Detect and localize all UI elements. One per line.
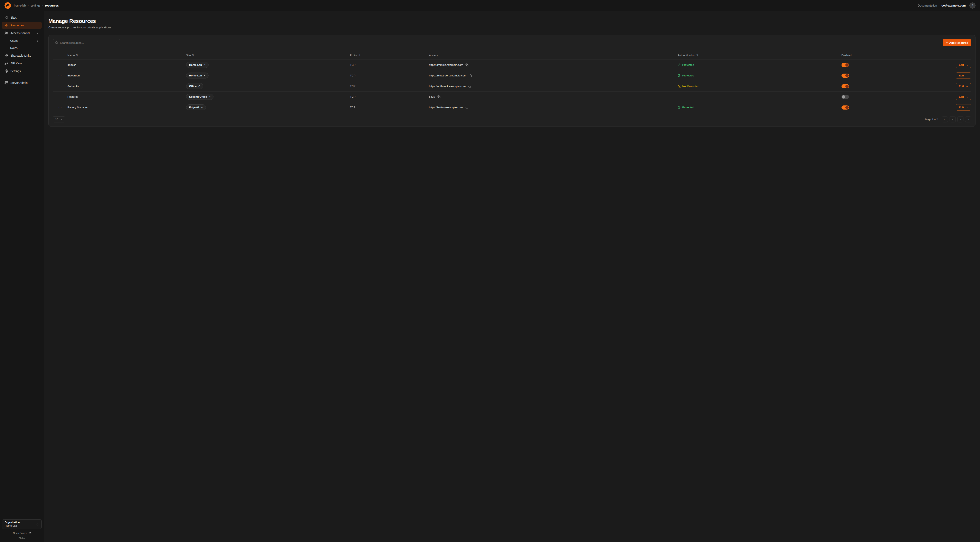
row-menu-button[interactable]: ⋯ (57, 94, 64, 99)
arrow-right-icon: → (966, 74, 968, 77)
breadcrumb-settings[interactable]: settings (30, 4, 40, 7)
site-cell: Home Lab ↗ (186, 62, 350, 68)
chevron-left-icon: ‹ (952, 118, 953, 121)
row-menu-button[interactable]: ⋯ (57, 84, 64, 89)
organization-value: Home Lab (5, 524, 20, 527)
column-header-authentication[interactable]: Authentication ⇅ (678, 54, 842, 57)
sidebar-item-resources[interactable]: Resources (2, 22, 42, 29)
copy-button[interactable] (467, 84, 471, 88)
row-menu-cell: ⋯ (53, 84, 67, 89)
chevrons-up-down-icon (36, 523, 39, 526)
edit-button[interactable]: Edit → (956, 104, 971, 110)
search-container (53, 39, 120, 46)
row-menu-button[interactable]: ⋯ (57, 105, 64, 110)
edit-label: Edit (959, 106, 964, 109)
actions-cell: Edit → (949, 104, 971, 110)
auth-status: Protected (682, 106, 694, 109)
pagination-buttons: « ‹ › » (942, 116, 971, 123)
page-subtitle: Create secure proxies to your private ap… (48, 26, 975, 29)
copy-button[interactable] (465, 105, 469, 110)
protocol-cell: TCP (350, 106, 429, 109)
name-cell: Authentik (67, 84, 186, 88)
arrow-up-right-icon: ↗ (201, 106, 203, 109)
breadcrumb-org[interactable]: home-lab (14, 4, 26, 7)
row-menu-button[interactable]: ⋯ (57, 62, 64, 67)
edit-button[interactable]: Edit → (956, 94, 971, 100)
enabled-toggle[interactable] (842, 84, 849, 88)
sidebar-item-label: Shareable Links (10, 54, 31, 57)
page-size-select[interactable]: 20 (53, 116, 65, 123)
arrow-up-right-icon: ↗ (204, 74, 205, 77)
copy-button[interactable] (468, 73, 473, 78)
enabled-toggle[interactable] (842, 73, 849, 78)
site-link-button[interactable]: Home Lab ↗ (186, 62, 208, 68)
toggle-knob (842, 95, 845, 99)
access-value: https://battery.example.com (429, 106, 463, 109)
pagination-prev-button[interactable]: ‹ (950, 116, 956, 123)
organization-selector[interactable]: Organization Home Lab (2, 519, 42, 529)
enabled-toggle[interactable] (842, 95, 849, 99)
site-cell: Office ↗ (186, 83, 350, 89)
column-header-name[interactable]: Name ⇅ (67, 54, 186, 57)
add-resource-button[interactable]: + Add Resource (943, 39, 971, 46)
row-menu-cell: ⋯ (53, 73, 67, 78)
resource-name: Immich (67, 63, 76, 67)
actions-cell: Edit → (949, 72, 971, 79)
toggle-knob (845, 106, 849, 109)
access-value: 5432 (429, 95, 435, 98)
site-cell: Edge 01 ↗ (186, 104, 350, 110)
toggle-knob (845, 63, 849, 67)
user-email[interactable]: joe@example.com (940, 4, 966, 7)
sidebar-item-shareable-links[interactable]: Shareable Links (2, 52, 42, 59)
chevrons-right-icon: » (967, 118, 969, 121)
sidebar-item-access-control[interactable]: Access Control (2, 29, 42, 37)
sidebar-item-settings[interactable]: Settings (2, 67, 42, 75)
name-cell: Immich (67, 63, 186, 67)
enabled-toggle[interactable] (842, 63, 849, 67)
edit-button[interactable]: Edit → (956, 72, 971, 79)
site-name: Office (189, 84, 197, 88)
chevron-right-icon: › (27, 4, 29, 7)
pagination-next-button[interactable]: › (957, 116, 964, 123)
column-header-enabled: Enabled (842, 54, 949, 57)
pagination: Page 1 of 1 « ‹ › » (925, 116, 971, 123)
search-input[interactable] (53, 39, 120, 46)
edit-button[interactable]: Edit → (956, 83, 971, 89)
sidebar-item-server-admin[interactable]: Server Admin (2, 79, 42, 86)
resource-name: Bitwarden (67, 74, 80, 77)
authentication-cell: - (678, 95, 842, 98)
gear-icon (5, 69, 8, 73)
column-header-site[interactable]: Site ⇅ (186, 54, 350, 57)
site-link-button[interactable]: Home Lab ↗ (186, 73, 208, 78)
documentation-link[interactable]: Documentation (918, 4, 937, 7)
site-link-button[interactable]: Edge 01 ↗ (186, 104, 206, 110)
copy-button[interactable] (465, 63, 469, 67)
main-content: Manage Resources Create secure proxies t… (44, 11, 980, 542)
edit-button[interactable]: Edit → (956, 62, 971, 68)
pagination-first-button[interactable]: « (942, 116, 948, 123)
pangolin-logo[interactable] (5, 2, 11, 9)
protocol-cell: TCP (350, 95, 429, 98)
copy-button[interactable] (437, 95, 441, 99)
shield-off-icon (678, 84, 681, 88)
edit-label: Edit (959, 74, 964, 77)
site-link-button[interactable]: Second Office ↗ (186, 94, 213, 100)
row-menu-button[interactable]: ⋯ (57, 73, 64, 78)
sidebar-item-roles[interactable]: Roles (2, 45, 42, 51)
access-value: https://bitwarden.example.com (429, 74, 466, 77)
enabled-cell (842, 95, 949, 99)
page-label: Page 1 of 1 (925, 118, 939, 121)
page-size-value: 20 (55, 118, 58, 121)
sidebar-item-users[interactable]: Users (2, 37, 42, 44)
pagination-last-button[interactable]: » (965, 116, 971, 123)
sidebar-item-api-keys[interactable]: API Keys (2, 60, 42, 67)
sidebar-item-sites[interactable]: Sites (2, 14, 42, 21)
arrow-right-icon: → (966, 95, 968, 98)
topbar: home-lab › settings › resources Document… (0, 0, 980, 11)
enabled-toggle[interactable] (842, 105, 849, 110)
site-link-button[interactable]: Office ↗ (186, 83, 203, 89)
avatar[interactable]: J (969, 2, 975, 9)
sidebar-item-label: Users (10, 39, 18, 42)
open-source-link[interactable]: Open Source (2, 532, 42, 535)
actions-cell: Edit → (949, 94, 971, 100)
